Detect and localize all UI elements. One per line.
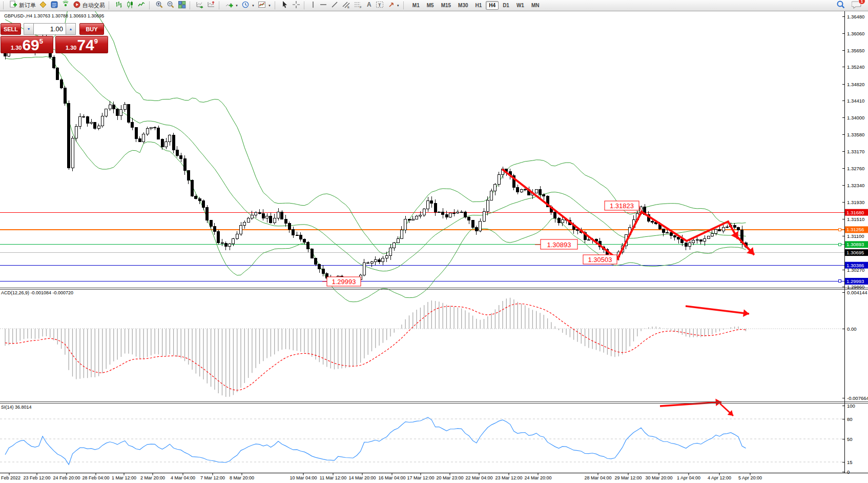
periods-button[interactable]: ▼ (240, 1, 256, 10)
chevron-down-icon: ▼ (397, 4, 400, 7)
arrows-tool-button[interactable]: ▼ (386, 1, 401, 10)
auto-scroll-icon (196, 1, 204, 11)
volume-input[interactable] (34, 23, 66, 35)
chevron-down-icon: ▼ (252, 4, 255, 7)
rsi-line (5, 417, 746, 465)
svg-text:4 Apr 12:00: 4 Apr 12:00 (708, 475, 731, 480)
navigator-button[interactable] (60, 1, 71, 10)
svg-text:1.31823: 1.31823 (610, 202, 634, 210)
tab-timeframe-M30[interactable]: M30 (455, 1, 471, 10)
mt4-terminal: { "toolbar": { "new_order": "新订单", "auto… (0, 0, 868, 483)
tab-timeframe-H4[interactable]: H4 (486, 1, 499, 10)
buy-button[interactable]: BUY (79, 23, 104, 35)
market-watch-button[interactable] (37, 1, 49, 10)
buy-price-prefix: 1.30 (66, 45, 76, 51)
chart-shift-button[interactable] (205, 1, 217, 10)
text-tool-button[interactable]: A (364, 1, 374, 10)
sell-price-prefix: 1.30 (11, 45, 22, 51)
search-icon[interactable] (836, 0, 845, 11)
chevron-down-icon: ▼ (268, 4, 271, 7)
chart-svg[interactable]: 1.318231.308931.305031.299931.364801.360… (0, 11, 868, 483)
level-handle[interactable] (838, 243, 841, 246)
trendline-icon (330, 1, 339, 11)
tile-windows-button[interactable] (176, 1, 188, 10)
toolbar-grip (304, 2, 307, 9)
tab-timeframe-M1[interactable]: M1 (409, 1, 423, 10)
svg-text:4 Mar 04:00: 4 Mar 04:00 (171, 475, 195, 480)
navigator-icon (61, 1, 70, 11)
macd-indicator (0, 298, 844, 397)
svg-text:0.004144: 0.004144 (847, 290, 867, 295)
toolbar-grip (275, 2, 278, 9)
indicators-button[interactable]: ▼ (223, 1, 240, 10)
cursor-tool-button[interactable] (279, 1, 291, 10)
svg-text:0.00: 0.00 (847, 326, 857, 332)
new-order-label: 新订单 (19, 2, 36, 9)
auto-scroll-button[interactable] (194, 1, 205, 10)
svg-text:20 Mar 23:00: 20 Mar 23:00 (436, 475, 463, 480)
crosshair-tool-button[interactable] (291, 1, 302, 10)
channel-tool-button[interactable]: E (340, 1, 352, 10)
templates-button[interactable]: ▼ (256, 1, 273, 10)
svg-text:Feb 2022: Feb 2022 (1, 475, 20, 480)
sell-price-big: 69 (22, 37, 39, 53)
zoom-out-button[interactable] (165, 1, 176, 10)
rsi-indicator-label: SI(14) 36.8014 (1, 405, 32, 410)
svg-text:8 Mar 20:00: 8 Mar 20:00 (230, 475, 254, 480)
tab-timeframe-W1[interactable]: W1 (513, 1, 527, 10)
svg-text:1.34410: 1.34410 (847, 98, 864, 104)
candlestick-type-button[interactable] (125, 1, 136, 10)
svg-text:23 Mar 12:00: 23 Mar 12:00 (495, 475, 522, 480)
new-order-button[interactable]: 新订单 (8, 1, 37, 10)
svg-text:1.34000: 1.34000 (847, 115, 864, 120)
notifications-button[interactable]: 1 (852, 0, 862, 11)
tab-timeframe-M5[interactable]: M5 (424, 1, 437, 10)
trendline-tool-button[interactable] (329, 1, 340, 10)
line-chart-type-button[interactable] (136, 1, 147, 10)
zoom-in-button[interactable] (154, 1, 165, 10)
autotrading-button[interactable]: 自动交易 (71, 1, 107, 10)
vertical-line-tool-button[interactable] (308, 1, 318, 10)
svg-text:1.29860: 1.29860 (847, 284, 864, 290)
svg-text:1.30503: 1.30503 (588, 256, 612, 264)
timeframe-group: M1M5M15M30H1H4D1W1MN (409, 1, 543, 10)
svg-text:30 Mar 20:00: 30 Mar 20:00 (645, 475, 672, 480)
svg-text:15: 15 (847, 459, 853, 465)
candlestick-icon (126, 1, 134, 11)
volume-increase-button[interactable]: ▲ (66, 23, 76, 35)
svg-text:1.35650: 1.35650 (847, 48, 864, 53)
buy-price-sup: 9 (94, 37, 98, 45)
tab-timeframe-MN[interactable]: MN (528, 1, 543, 10)
toolbar-grip (190, 2, 193, 9)
sell-button[interactable]: SELL (1, 23, 21, 35)
svg-text:1.36060: 1.36060 (847, 31, 864, 36)
tab-timeframe-D1[interactable]: D1 (500, 1, 512, 10)
svg-text:10 Mar 04:00: 10 Mar 04:00 (290, 475, 317, 480)
equidistant-channel-icon: E (342, 1, 350, 11)
tab-timeframe-M15[interactable]: M15 (438, 1, 454, 10)
buy-price-panel[interactable]: 1.30749 (55, 36, 108, 53)
svg-text:11 Mar 12:00: 11 Mar 12:00 (320, 475, 346, 480)
autotrading-icon (73, 1, 81, 11)
level-handle[interactable] (838, 280, 841, 283)
fibonacci-tool-button[interactable]: F (352, 1, 364, 10)
svg-text:28 Feb 04:00: 28 Feb 04:00 (82, 475, 109, 480)
candlestick-series (4, 34, 747, 286)
sell-price-panel[interactable]: 1.30695 (1, 36, 53, 53)
svg-text:22 Mar 04:00: 22 Mar 04:00 (465, 475, 492, 480)
tab-timeframe-H1[interactable]: H1 (472, 1, 485, 10)
volume-decrease-button[interactable]: ▼ (24, 23, 34, 35)
bar-chart-type-button[interactable] (113, 1, 125, 10)
horizontal-line-tool-button[interactable] (318, 1, 329, 10)
toolbar-grip (219, 2, 222, 9)
data-window-button[interactable] (49, 1, 60, 10)
autotrading-label: 自动交易 (82, 2, 105, 9)
svg-text:1.33580: 1.33580 (847, 132, 864, 137)
price-annotations: 1.318231.308931.305031.29993 (322, 201, 642, 286)
svg-text:F: F (360, 6, 362, 9)
text-label-tool-button[interactable]: T (374, 1, 386, 10)
level-handle[interactable] (838, 228, 841, 231)
svg-text:50: 50 (847, 436, 853, 442)
market-watch-icon (39, 1, 47, 11)
svg-text:-0.007664: -0.007664 (847, 395, 868, 401)
